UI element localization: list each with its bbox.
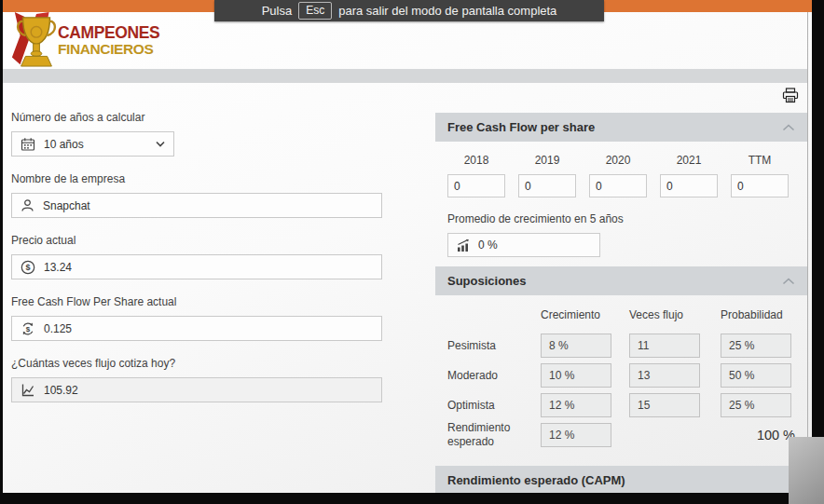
notice-prefix: Pulsa bbox=[262, 4, 293, 18]
fcf-year-label: 2019 bbox=[518, 154, 576, 167]
col-header-veces-flujo: Veces flujo bbox=[629, 301, 721, 331]
brand-logo: CAMPEONES FINANCIEROS bbox=[9, 12, 159, 70]
assumptions-section-title: Suposiciones bbox=[447, 274, 527, 288]
row-label-rendimiento-esperado: Rendimiento esperado bbox=[447, 421, 541, 449]
video-overlay-artifact bbox=[789, 437, 824, 504]
print-button[interactable] bbox=[782, 88, 801, 104]
fcf-year-input-2020[interactable] bbox=[589, 174, 647, 198]
chevron-up-icon bbox=[782, 278, 795, 285]
fcf-control: $ bbox=[11, 316, 382, 341]
printer-icon bbox=[782, 88, 799, 103]
multiple-control bbox=[11, 377, 382, 402]
optimista-growth-input[interactable] bbox=[541, 393, 611, 417]
trophy-logo-icon bbox=[9, 12, 63, 70]
fcf-section-title: Free Cash Flow per share bbox=[447, 120, 595, 134]
fcf-year-label: 2020 bbox=[589, 154, 647, 167]
price-label: Precio actual bbox=[11, 234, 382, 247]
toolbar-band bbox=[3, 69, 808, 83]
fcf-year-label: 2018 bbox=[447, 154, 505, 167]
price-input[interactable] bbox=[44, 261, 373, 274]
field-price: Precio actual $ bbox=[11, 234, 382, 279]
expected-growth-input[interactable] bbox=[541, 423, 611, 447]
person-icon bbox=[21, 198, 34, 212]
dollar-circle-icon: $ bbox=[21, 260, 35, 275]
brand-name-line1: CAMPEONES bbox=[58, 25, 159, 42]
company-control bbox=[11, 193, 382, 218]
app-window: CAMPEONES FINANCIEROS Pulsa Esc para sal… bbox=[3, 0, 812, 493]
svg-text:$: $ bbox=[25, 263, 30, 272]
fcf-year-input-2019[interactable] bbox=[518, 174, 576, 198]
growth-avg-control: 0 % bbox=[447, 233, 600, 257]
fcf-year-input-2018[interactable] bbox=[447, 174, 505, 198]
bar-growth-icon bbox=[456, 238, 471, 252]
company-label: Nombre de la empresa bbox=[11, 172, 382, 185]
fcf-year-input-ttm[interactable] bbox=[731, 174, 789, 198]
capm-section-title: Rendimiento esperado (CAPM) bbox=[447, 473, 625, 487]
field-fcf: Free Cash Flow Per Share actual $ bbox=[11, 295, 382, 341]
fcf-year-label: 2021 bbox=[660, 154, 718, 167]
chevron-down-icon bbox=[156, 141, 165, 147]
results-panels: Free Cash Flow per share 2018 2019 2020 … bbox=[435, 113, 807, 493]
multiple-label: ¿Cuántas veces flujo cotiza hoy? bbox=[11, 357, 382, 370]
optimista-probability-input[interactable] bbox=[721, 393, 791, 417]
total-probability-value: 100 % bbox=[721, 428, 795, 443]
moderado-probability-input[interactable] bbox=[721, 363, 791, 388]
optimista-multiple-input[interactable] bbox=[629, 393, 700, 417]
col-header-crecimiento: Crecimiento bbox=[541, 301, 629, 331]
assumptions-section-header[interactable]: Suposiciones bbox=[435, 266, 807, 295]
fcf-section-body: 2018 2019 2020 2021 TTM Promedio de crec… bbox=[435, 142, 807, 266]
price-control: $ bbox=[11, 254, 382, 279]
input-form: Número de años a calcular 10 años bbox=[11, 111, 382, 418]
svg-text:$: $ bbox=[26, 324, 31, 333]
scroll-edge-line bbox=[807, 12, 808, 493]
chevron-up-icon bbox=[782, 124, 795, 131]
dollar-refresh-icon: $ bbox=[21, 321, 35, 336]
fcf-year-label: TTM bbox=[731, 154, 789, 167]
years-label: Número de años a calcular bbox=[11, 111, 382, 124]
calendar-icon bbox=[21, 137, 35, 152]
row-label-pesimista: Pesimista bbox=[447, 339, 541, 352]
field-years: Número de años a calcular 10 años bbox=[11, 111, 382, 157]
years-select[interactable]: 10 años bbox=[11, 131, 174, 157]
fullscreen-exit-notice: Pulsa Esc para salir del modo de pantall… bbox=[214, 0, 604, 21]
fcf-section-header[interactable]: Free Cash Flow per share bbox=[435, 113, 807, 142]
row-label-optimista: Optimista bbox=[447, 399, 541, 412]
chart-line-icon bbox=[21, 383, 35, 398]
fcf-year-input-2021[interactable] bbox=[660, 174, 718, 198]
pesimista-growth-input[interactable] bbox=[541, 334, 611, 358]
moderado-growth-input[interactable] bbox=[541, 363, 611, 388]
pesimista-multiple-input[interactable] bbox=[629, 334, 700, 358]
fcf-years-labels: 2018 2019 2020 2021 TTM bbox=[447, 154, 795, 198]
multiple-input[interactable] bbox=[44, 384, 373, 397]
moderado-multiple-input[interactable] bbox=[629, 363, 700, 388]
esc-key-badge: Esc bbox=[298, 2, 332, 20]
notice-suffix: para salir del modo de pantalla completa bbox=[338, 4, 556, 18]
field-company: Nombre de la empresa bbox=[11, 172, 382, 218]
brand-name-line2: FINANCIEROS bbox=[58, 42, 159, 57]
row-label-moderado: Moderado bbox=[447, 369, 541, 382]
field-multiple: ¿Cuántas veces flujo cotiza hoy? bbox=[11, 357, 382, 402]
fcf-label: Free Cash Flow Per Share actual bbox=[11, 295, 382, 308]
growth-avg-label: Promedio de crecimiento en 5 años bbox=[447, 212, 795, 225]
company-input[interactable] bbox=[43, 199, 373, 212]
capm-section-header[interactable]: Rendimiento esperado (CAPM) bbox=[435, 466, 807, 493]
col-header-probabilidad: Probabilidad bbox=[721, 301, 795, 331]
years-select-value: 10 años bbox=[44, 138, 147, 151]
growth-avg-value: 0 % bbox=[478, 238, 498, 252]
fcf-input[interactable] bbox=[44, 322, 373, 335]
assumptions-table: Crecimiento Veces flujo Probabilidad Pes… bbox=[435, 295, 807, 454]
pesimista-probability-input[interactable] bbox=[721, 334, 791, 358]
